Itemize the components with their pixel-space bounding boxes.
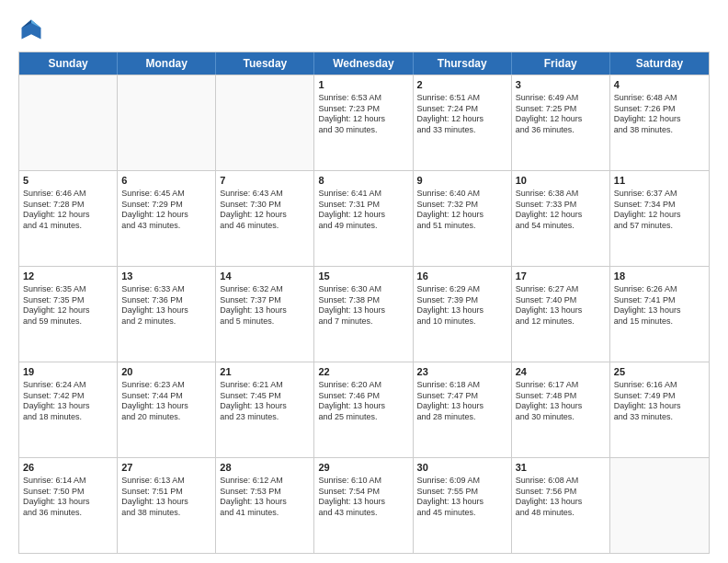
cell-info: Sunrise: 6:12 AM Sunset: 7:53 PM Dayligh… — [220, 476, 310, 519]
cal-cell — [216, 75, 314, 170]
cal-cell: 3Sunrise: 6:49 AM Sunset: 7:25 PM Daylig… — [512, 75, 610, 170]
day-header-monday: Monday — [118, 52, 216, 75]
cell-date: 3 — [516, 78, 606, 92]
cell-date: 31 — [516, 461, 606, 475]
cell-date: 1 — [318, 78, 408, 92]
cell-info: Sunrise: 6:30 AM Sunset: 7:38 PM Dayligh… — [318, 284, 408, 327]
calendar: SundayMondayTuesdayWednesdayThursdayFrid… — [18, 52, 710, 554]
cell-info: Sunrise: 6:45 AM Sunset: 7:29 PM Dayligh… — [121, 189, 211, 232]
cell-date: 9 — [417, 174, 507, 188]
cell-date: 12 — [23, 270, 113, 283]
cell-date: 5 — [23, 174, 113, 188]
calendar-body: 1Sunrise: 6:53 AM Sunset: 7:23 PM Daylig… — [19, 75, 709, 553]
cal-cell: 28Sunrise: 6:12 AM Sunset: 7:53 PM Dayli… — [216, 458, 314, 553]
cal-cell: 20Sunrise: 6:23 AM Sunset: 7:44 PM Dayli… — [118, 362, 216, 457]
cal-cell: 17Sunrise: 6:27 AM Sunset: 7:40 PM Dayli… — [512, 267, 610, 362]
cell-info: Sunrise: 6:33 AM Sunset: 7:36 PM Dayligh… — [121, 284, 211, 327]
calendar-header: SundayMondayTuesdayWednesdayThursdayFrid… — [19, 52, 709, 75]
cal-cell: 19Sunrise: 6:24 AM Sunset: 7:42 PM Dayli… — [19, 362, 118, 457]
cal-cell: 6Sunrise: 6:45 AM Sunset: 7:29 PM Daylig… — [118, 171, 216, 266]
day-header-thursday: Thursday — [414, 52, 512, 75]
cell-info: Sunrise: 6:51 AM Sunset: 7:24 PM Dayligh… — [417, 93, 507, 136]
cell-info: Sunrise: 6:43 AM Sunset: 7:30 PM Dayligh… — [220, 189, 310, 232]
cell-info: Sunrise: 6:40 AM Sunset: 7:32 PM Dayligh… — [417, 189, 507, 232]
cal-cell: 27Sunrise: 6:13 AM Sunset: 7:51 PM Dayli… — [118, 458, 216, 553]
cell-info: Sunrise: 6:10 AM Sunset: 7:54 PM Dayligh… — [318, 476, 408, 519]
cell-date: 29 — [318, 461, 408, 475]
cell-info: Sunrise: 6:09 AM Sunset: 7:55 PM Dayligh… — [417, 476, 507, 519]
cell-date: 25 — [614, 365, 705, 379]
cal-cell: 26Sunrise: 6:14 AM Sunset: 7:50 PM Dayli… — [19, 458, 118, 553]
cal-cell: 5Sunrise: 6:46 AM Sunset: 7:28 PM Daylig… — [19, 171, 118, 266]
cell-date: 2 — [417, 78, 507, 92]
cell-date: 17 — [516, 270, 606, 283]
cal-cell: 4Sunrise: 6:48 AM Sunset: 7:26 PM Daylig… — [610, 75, 709, 170]
cell-date: 24 — [516, 365, 606, 379]
cell-info: Sunrise: 6:38 AM Sunset: 7:33 PM Dayligh… — [516, 189, 606, 232]
cal-cell: 25Sunrise: 6:16 AM Sunset: 7:49 PM Dayli… — [610, 362, 709, 457]
cell-date: 21 — [220, 365, 310, 379]
cell-date: 28 — [220, 461, 310, 475]
cal-cell: 22Sunrise: 6:20 AM Sunset: 7:46 PM Dayli… — [314, 362, 413, 457]
cell-date: 20 — [121, 365, 211, 379]
cell-info: Sunrise: 6:29 AM Sunset: 7:39 PM Dayligh… — [417, 284, 507, 327]
page: SundayMondayTuesdayWednesdayThursdayFrid… — [0, 0, 728, 563]
cell-info: Sunrise: 6:32 AM Sunset: 7:37 PM Dayligh… — [220, 284, 310, 327]
cell-date: 30 — [417, 461, 507, 475]
cell-date: 27 — [121, 461, 211, 475]
cal-cell — [610, 458, 709, 553]
logo — [18, 17, 48, 42]
cal-row-2: 5Sunrise: 6:46 AM Sunset: 7:28 PM Daylig… — [19, 170, 709, 266]
cal-cell: 11Sunrise: 6:37 AM Sunset: 7:34 PM Dayli… — [610, 171, 709, 266]
cell-info: Sunrise: 6:41 AM Sunset: 7:31 PM Dayligh… — [318, 189, 408, 232]
cal-cell: 14Sunrise: 6:32 AM Sunset: 7:37 PM Dayli… — [216, 267, 314, 362]
cell-date: 13 — [121, 270, 211, 283]
cell-info: Sunrise: 6:27 AM Sunset: 7:40 PM Dayligh… — [516, 284, 606, 327]
cell-date: 8 — [318, 174, 408, 188]
header — [18, 17, 710, 42]
cal-cell: 18Sunrise: 6:26 AM Sunset: 7:41 PM Dayli… — [610, 267, 709, 362]
cal-cell: 2Sunrise: 6:51 AM Sunset: 7:24 PM Daylig… — [414, 75, 512, 170]
cal-row-4: 19Sunrise: 6:24 AM Sunset: 7:42 PM Dayli… — [19, 362, 709, 457]
cal-cell: 29Sunrise: 6:10 AM Sunset: 7:54 PM Dayli… — [314, 458, 413, 553]
cell-info: Sunrise: 6:17 AM Sunset: 7:48 PM Dayligh… — [516, 380, 606, 423]
cell-info: Sunrise: 6:08 AM Sunset: 7:56 PM Dayligh… — [516, 476, 606, 519]
cell-info: Sunrise: 6:20 AM Sunset: 7:46 PM Dayligh… — [318, 380, 408, 423]
cal-cell: 13Sunrise: 6:33 AM Sunset: 7:36 PM Dayli… — [118, 267, 216, 362]
cal-cell: 31Sunrise: 6:08 AM Sunset: 7:56 PM Dayli… — [512, 458, 610, 553]
cell-date: 6 — [121, 174, 211, 188]
day-header-saturday: Saturday — [610, 52, 709, 75]
cell-date: 7 — [220, 174, 310, 188]
cell-date: 18 — [614, 270, 705, 283]
cal-cell: 8Sunrise: 6:41 AM Sunset: 7:31 PM Daylig… — [314, 171, 413, 266]
cell-date: 19 — [23, 365, 113, 379]
cell-info: Sunrise: 6:16 AM Sunset: 7:49 PM Dayligh… — [614, 380, 705, 423]
logo-icon — [18, 17, 44, 42]
cal-cell: 7Sunrise: 6:43 AM Sunset: 7:30 PM Daylig… — [216, 171, 314, 266]
cal-cell: 23Sunrise: 6:18 AM Sunset: 7:47 PM Dayli… — [414, 362, 512, 457]
cell-info: Sunrise: 6:14 AM Sunset: 7:50 PM Dayligh… — [23, 476, 113, 519]
cell-info: Sunrise: 6:46 AM Sunset: 7:28 PM Dayligh… — [23, 189, 113, 232]
cell-info: Sunrise: 6:37 AM Sunset: 7:34 PM Dayligh… — [614, 189, 705, 232]
cell-info: Sunrise: 6:48 AM Sunset: 7:26 PM Dayligh… — [614, 93, 705, 136]
cal-cell: 10Sunrise: 6:38 AM Sunset: 7:33 PM Dayli… — [512, 171, 610, 266]
cal-cell: 12Sunrise: 6:35 AM Sunset: 7:35 PM Dayli… — [19, 267, 118, 362]
cell-date: 26 — [23, 461, 113, 475]
cal-cell: 15Sunrise: 6:30 AM Sunset: 7:38 PM Dayli… — [314, 267, 413, 362]
cal-row-5: 26Sunrise: 6:14 AM Sunset: 7:50 PM Dayli… — [19, 457, 709, 553]
cal-cell: 24Sunrise: 6:17 AM Sunset: 7:48 PM Dayli… — [512, 362, 610, 457]
cal-cell — [19, 75, 118, 170]
cell-info: Sunrise: 6:26 AM Sunset: 7:41 PM Dayligh… — [614, 284, 705, 327]
cell-info: Sunrise: 6:13 AM Sunset: 7:51 PM Dayligh… — [121, 476, 211, 519]
cell-info: Sunrise: 6:18 AM Sunset: 7:47 PM Dayligh… — [417, 380, 507, 423]
cell-date: 23 — [417, 365, 507, 379]
day-header-wednesday: Wednesday — [314, 52, 413, 75]
cal-cell — [118, 75, 216, 170]
day-header-tuesday: Tuesday — [216, 52, 314, 75]
cal-cell: 9Sunrise: 6:40 AM Sunset: 7:32 PM Daylig… — [414, 171, 512, 266]
cal-row-1: 1Sunrise: 6:53 AM Sunset: 7:23 PM Daylig… — [19, 75, 709, 170]
cell-date: 11 — [614, 174, 705, 188]
cell-info: Sunrise: 6:23 AM Sunset: 7:44 PM Dayligh… — [121, 380, 211, 423]
cal-cell: 21Sunrise: 6:21 AM Sunset: 7:45 PM Dayli… — [216, 362, 314, 457]
cell-date: 14 — [220, 270, 310, 283]
